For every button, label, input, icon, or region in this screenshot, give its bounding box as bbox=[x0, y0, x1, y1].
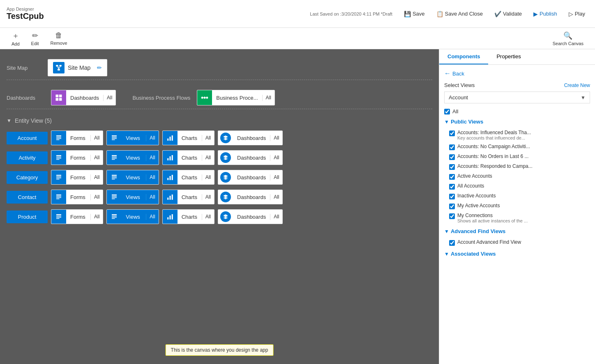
view-checkbox[interactable] bbox=[449, 174, 455, 180]
entity-name-btn[interactable]: Product bbox=[7, 211, 48, 223]
canvas-area[interactable]: Site Map Site Map ✏ Dashboards Dashboard… bbox=[0, 49, 439, 364]
dashboards-entity-icon bbox=[218, 130, 233, 145]
svg-rect-29 bbox=[56, 159, 60, 160]
svg-rect-46 bbox=[169, 176, 171, 180]
views-label: Views bbox=[122, 214, 146, 220]
views-card[interactable]: Views All bbox=[106, 130, 159, 145]
svg-rect-0 bbox=[56, 65, 58, 66]
charts-all: All bbox=[202, 214, 214, 220]
canvas-tooltip: This is the canvas where you design the … bbox=[166, 344, 274, 356]
panel-tabs: Components Properties bbox=[439, 49, 595, 65]
remove-button[interactable]: 🗑 Remove bbox=[46, 30, 72, 47]
save-icon: 💾 bbox=[404, 11, 411, 17]
svg-rect-37 bbox=[56, 175, 61, 176]
charts-all: All bbox=[202, 135, 214, 141]
charts-card[interactable]: Charts All bbox=[162, 130, 214, 145]
dashboards-entity-icon bbox=[218, 170, 233, 185]
save-close-button[interactable]: 📋 Save And Close bbox=[433, 9, 487, 19]
views-card[interactable]: Views All bbox=[106, 170, 159, 185]
properties-tab[interactable]: Properties bbox=[488, 49, 529, 64]
sitemap-card[interactable]: Site Map ✏ bbox=[48, 59, 107, 76]
dashboards-entity-label: Dashboards bbox=[233, 214, 270, 220]
add-button[interactable]: ＋ Add bbox=[7, 29, 25, 48]
svg-rect-19 bbox=[112, 135, 117, 136]
charts-card[interactable]: Charts All bbox=[162, 170, 214, 185]
dashboards-entity-icon bbox=[218, 150, 233, 165]
advanced-views-section[interactable]: ▼ Advanced Find Views bbox=[444, 228, 590, 234]
svg-rect-42 bbox=[112, 176, 117, 177]
views-icon bbox=[107, 150, 122, 165]
components-tab[interactable]: Components bbox=[439, 49, 488, 64]
svg-rect-58 bbox=[171, 195, 173, 200]
advanced-view-checkbox[interactable] bbox=[449, 240, 455, 246]
public-views-section[interactable]: ▼ Public Views bbox=[444, 119, 590, 125]
validate-button[interactable]: ✔️ Validate bbox=[491, 9, 525, 19]
forms-card[interactable]: Forms All bbox=[51, 209, 103, 224]
sitemap-edit-icon[interactable]: ✏ bbox=[97, 64, 102, 71]
view-checkbox[interactable] bbox=[449, 204, 455, 209]
svg-rect-67 bbox=[167, 217, 168, 220]
view-checkbox[interactable] bbox=[449, 154, 455, 160]
forms-card[interactable]: Forms All bbox=[51, 130, 103, 145]
view-item-title: All Accounts bbox=[457, 183, 484, 189]
app-name: TestCpub bbox=[7, 11, 44, 21]
views-card[interactable]: Views All bbox=[106, 209, 159, 224]
svg-point-10 bbox=[201, 97, 203, 99]
forms-card[interactable]: Forms All bbox=[51, 190, 103, 204]
view-checkbox[interactable] bbox=[449, 144, 455, 150]
top-header: App Designer TestCpub Last Saved on :3/2… bbox=[0, 0, 595, 28]
bpf-card[interactable]: Business Proce... All bbox=[197, 90, 275, 105]
view-item: Accounts: No Orders in Last 6 ... bbox=[444, 152, 590, 162]
svg-rect-69 bbox=[171, 214, 173, 220]
all-checkbox-row: All bbox=[444, 108, 590, 114]
dashboards-entity-card[interactable]: Dashboards All bbox=[218, 209, 283, 224]
view-checkbox[interactable] bbox=[449, 164, 455, 170]
dashboards-entity-card[interactable]: Dashboards All bbox=[218, 190, 283, 204]
view-checkbox[interactable] bbox=[449, 213, 455, 219]
charts-card[interactable]: Charts All bbox=[162, 150, 214, 165]
all-checkbox-label: All bbox=[452, 108, 458, 114]
publish-label: Publish bbox=[540, 11, 557, 17]
svg-rect-53 bbox=[112, 196, 117, 197]
save-button[interactable]: 💾 Save bbox=[401, 9, 428, 19]
dashboards-card[interactable]: Dashboards All bbox=[51, 90, 116, 105]
view-checkbox[interactable] bbox=[449, 184, 455, 190]
forms-all: All bbox=[91, 194, 103, 200]
view-checkbox[interactable] bbox=[449, 194, 455, 199]
views-card[interactable]: Views All bbox=[106, 150, 159, 165]
dashboards-entity-card[interactable]: Dashboards All bbox=[218, 130, 283, 145]
dashboards-entity-card[interactable]: Dashboards All bbox=[218, 150, 283, 165]
forms-all: All bbox=[91, 214, 103, 220]
associated-views-label: Associated Views bbox=[451, 251, 496, 257]
views-icon bbox=[107, 190, 122, 204]
view-checkbox[interactable] bbox=[449, 130, 455, 136]
edit-button[interactable]: ✏ Edit bbox=[26, 30, 44, 48]
view-item-sub: Key accounts that influenced de... bbox=[457, 135, 531, 140]
publish-button[interactable]: ▶ Publish bbox=[530, 9, 560, 19]
entity-row: Product Forms All Views All Charts All bbox=[7, 209, 432, 224]
entity-name-btn[interactable]: Activity bbox=[7, 151, 48, 164]
play-button[interactable]: ▷ Play bbox=[565, 9, 588, 19]
save-close-icon: 📋 bbox=[436, 11, 443, 17]
charts-card[interactable]: Charts All bbox=[162, 209, 214, 224]
create-new-link[interactable]: Create New bbox=[564, 82, 590, 88]
account-dropdown[interactable]: Account ▼ bbox=[444, 92, 590, 103]
entity-collapse-icon[interactable]: ▼ bbox=[7, 118, 12, 124]
dashboards-entity-card[interactable]: Dashboards All bbox=[218, 170, 283, 185]
entity-name-btn[interactable]: Category bbox=[7, 171, 48, 184]
forms-card[interactable]: Forms All bbox=[51, 150, 103, 165]
sitemap-row-label: Site Map bbox=[7, 65, 48, 71]
forms-label: Forms bbox=[66, 155, 91, 161]
entity-name-btn[interactable]: Account bbox=[7, 132, 48, 144]
svg-rect-25 bbox=[171, 135, 173, 141]
views-card[interactable]: Views All bbox=[106, 190, 159, 204]
search-canvas-button[interactable]: 🔍 Search Canvas bbox=[548, 30, 588, 48]
entity-name-btn[interactable]: Contact bbox=[7, 191, 48, 204]
all-checkbox-input[interactable] bbox=[444, 109, 450, 114]
remove-icon: 🗑 bbox=[55, 31, 62, 40]
associated-views-section[interactable]: ▼ Associated Views bbox=[444, 251, 590, 257]
charts-card[interactable]: Charts All bbox=[162, 190, 214, 204]
back-button[interactable]: ← Back bbox=[444, 70, 464, 77]
forms-card[interactable]: Forms All bbox=[51, 170, 103, 185]
svg-point-11 bbox=[204, 97, 206, 99]
